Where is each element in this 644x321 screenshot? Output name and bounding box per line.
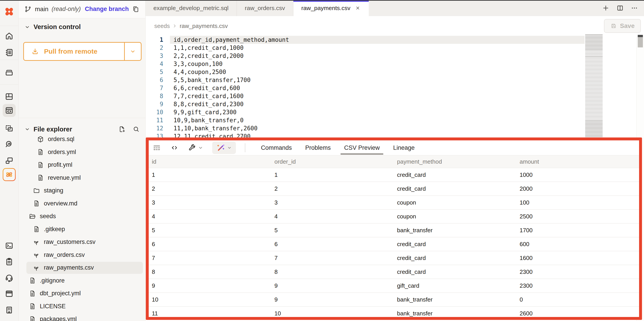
docs-icon[interactable] bbox=[3, 287, 16, 300]
file-icon bbox=[37, 136, 44, 143]
table-view-icon[interactable] bbox=[152, 143, 161, 152]
new-tab-plus-icon[interactable] bbox=[602, 4, 610, 12]
file-name: orders.sql bbox=[48, 136, 74, 142]
pull-dropdown-toggle[interactable] bbox=[124, 43, 141, 60]
line-number: 11 bbox=[145, 116, 163, 124]
organization-icon[interactable] bbox=[3, 304, 16, 316]
csv-row: 5 5 bank_transfer 1700 bbox=[149, 223, 639, 237]
file-item[interactable]: staging bbox=[18, 184, 145, 197]
breadcrumb-parent[interactable]: seeds bbox=[154, 22, 170, 30]
panel-tab[interactable]: Problems bbox=[298, 140, 338, 155]
headset-icon[interactable] bbox=[3, 271, 16, 284]
editor-tab[interactable]: example_develop_metric.sql bbox=[145, 0, 237, 16]
csv-cell: 7 bbox=[271, 251, 394, 265]
panel-tab[interactable]: Lineage bbox=[386, 140, 421, 155]
file-item[interactable]: profit.yml bbox=[18, 158, 145, 172]
code-line[interactable]: 7 6,6,credit_card,600 bbox=[145, 84, 584, 92]
minimap[interactable] bbox=[585, 34, 603, 138]
magic-wand-icon[interactable] bbox=[212, 142, 236, 154]
file-item[interactable]: raw_customers.csv bbox=[18, 236, 145, 248]
code-line[interactable]: 2 1,1,credit_card,1000 bbox=[145, 44, 584, 52]
code-line[interactable]: 5 4,4,coupon,2500 bbox=[145, 68, 584, 76]
code-line[interactable]: 1 id,order_id,payment_method,amount bbox=[145, 36, 584, 44]
line-number: 12 bbox=[145, 124, 163, 132]
save-label: Save bbox=[620, 22, 634, 30]
csv-cell: coupon bbox=[394, 196, 516, 210]
change-branch-link[interactable]: Change branch bbox=[85, 6, 129, 12]
file-name: raw_payments.csv bbox=[44, 264, 94, 271]
save-button[interactable]: Save bbox=[604, 19, 641, 33]
copilot-atom-icon[interactable] bbox=[3, 168, 16, 181]
file-item[interactable]: raw_orders.csv bbox=[18, 248, 145, 262]
code-line[interactable]: 8 7,7,credit_card,1600 bbox=[145, 92, 584, 100]
csv-cell: bank_transfer bbox=[394, 292, 516, 306]
pull-from-remote-button[interactable]: Pull from remote bbox=[23, 42, 142, 61]
code-line[interactable]: 10 9,9,gift_card,2300 bbox=[145, 108, 584, 116]
clipboard-icon[interactable] bbox=[3, 255, 16, 268]
code-line[interactable]: 6 5,5,bank_transfer,1700 bbox=[145, 76, 584, 84]
panel-toolbar: Commands Problems CSV Preview Lineage bbox=[149, 140, 639, 155]
version-control-header[interactable]: Version control bbox=[24, 23, 81, 30]
split-view-icon[interactable] bbox=[616, 4, 624, 12]
home-icon[interactable] bbox=[3, 30, 16, 42]
panel-tab[interactable]: Commands bbox=[254, 140, 298, 155]
download-icon bbox=[31, 48, 39, 56]
archive-icon[interactable] bbox=[3, 66, 16, 79]
csv-header-row: idorder_idpayment_methodamount bbox=[149, 155, 639, 168]
file-name: revenue.yml bbox=[48, 174, 81, 181]
editor-tab[interactable]: raw_orders.csv bbox=[237, 0, 294, 16]
line-text: 5,5,bank_transfer,1700 bbox=[170, 76, 584, 84]
editor-pane: example_develop_metric.sql raw_orders.cs… bbox=[145, 0, 644, 321]
line-number: 9 bbox=[145, 100, 163, 108]
csv-row: 7 7 credit_card 1600 bbox=[149, 251, 639, 265]
file-item[interactable]: revenue.yml bbox=[18, 172, 145, 184]
line-text: 6,6,credit_card,600 bbox=[170, 84, 584, 92]
file-item[interactable]: orders.yml bbox=[18, 146, 145, 159]
code-line[interactable]: 4 3,3,coupon,100 bbox=[145, 60, 584, 68]
file-item[interactable]: orders.sql bbox=[18, 133, 145, 146]
chevron-down-icon bbox=[227, 145, 232, 150]
code-view-icon[interactable] bbox=[170, 144, 179, 152]
csv-column-header: payment_method bbox=[394, 155, 516, 168]
file-name: overview.md bbox=[44, 200, 77, 207]
file-icon bbox=[33, 251, 40, 259]
csv-cell: 2 bbox=[149, 182, 271, 196]
scrollbar-thumb[interactable] bbox=[638, 37, 643, 48]
csv-cell: 0 bbox=[516, 292, 639, 306]
frame-select-icon[interactable] bbox=[3, 122, 16, 135]
csv-cell: 2000 bbox=[516, 182, 639, 196]
apps-icon[interactable] bbox=[3, 154, 16, 167]
file-item[interactable]: .gitkeep bbox=[18, 223, 145, 236]
build-wrench-icon[interactable] bbox=[188, 144, 203, 152]
develop-icon[interactable] bbox=[3, 104, 16, 117]
scrollbar-marker bbox=[638, 35, 643, 37]
file-item[interactable]: raw_payments.csv bbox=[18, 261, 145, 274]
code-lines[interactable]: 1 id,order_id,payment_method,amount 2 1,… bbox=[145, 36, 584, 140]
explore-icon[interactable] bbox=[3, 138, 16, 151]
file-item[interactable]: packages.yml bbox=[18, 313, 145, 321]
editor-tab[interactable]: raw_payments.csv bbox=[294, 0, 369, 16]
new-file-icon[interactable] bbox=[118, 126, 126, 133]
bottom-panel: Commands Problems CSV Preview Lineage bbox=[146, 138, 642, 320]
copy-icon[interactable] bbox=[132, 5, 140, 13]
file-item[interactable]: seeds bbox=[18, 210, 145, 223]
file-item[interactable]: .gitignore bbox=[18, 274, 145, 287]
notebook-icon[interactable] bbox=[3, 46, 16, 59]
ellipsis-icon[interactable] bbox=[630, 4, 638, 12]
file-item[interactable]: LICENSE bbox=[18, 300, 145, 313]
code-line[interactable]: 12 11,10,bank_transfer,2600 bbox=[145, 124, 584, 132]
file-name: staging bbox=[44, 187, 63, 194]
close-icon[interactable] bbox=[355, 5, 361, 11]
file-item[interactable]: dbt_project.yml bbox=[18, 287, 145, 300]
code-line[interactable]: 9 8,8,credit_card,2300 bbox=[145, 100, 584, 108]
csv-cell: 4 bbox=[149, 210, 271, 223]
csv-cell: 8 bbox=[271, 265, 394, 279]
dashboard-icon[interactable] bbox=[3, 90, 16, 103]
search-icon[interactable] bbox=[132, 126, 140, 133]
code-line[interactable]: 3 2,2,credit_card,2000 bbox=[145, 52, 584, 60]
terminal-icon[interactable] bbox=[3, 239, 16, 252]
divider bbox=[0, 60, 18, 60]
code-line[interactable]: 11 10,9,bank_transfer,0 bbox=[145, 116, 584, 124]
panel-tab[interactable]: CSV Preview bbox=[338, 140, 386, 155]
file-item[interactable]: overview.md bbox=[18, 197, 145, 210]
